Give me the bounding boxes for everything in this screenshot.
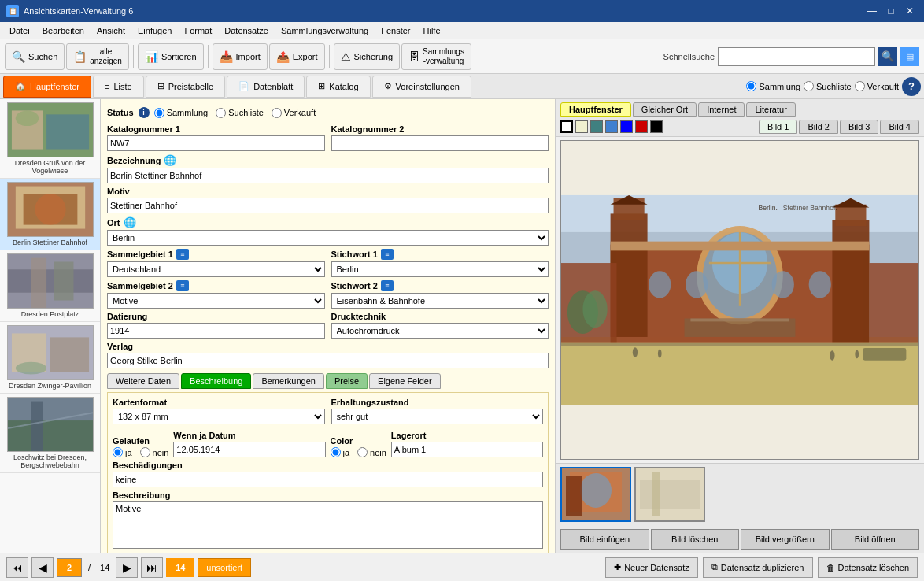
sortieren-button[interactable]: 📊 Sortieren	[138, 43, 204, 70]
radio-sammlung[interactable]: Sammlung	[746, 81, 800, 91]
sammelgebiet1-list-icon[interactable]: ≡	[176, 249, 189, 260]
sammelgebiet2-list-icon[interactable]: ≡	[176, 280, 189, 291]
gelaufen-nein[interactable]: nein	[140, 447, 169, 457]
menu-bearbeiten[interactable]: Bearbeiten	[36, 24, 91, 37]
thumbnail-item-5[interactable]: Loschwitz bei Dresden, Bergschwebebahn	[0, 394, 100, 473]
beschreibung-textarea[interactable]: Motive	[113, 501, 543, 549]
verlag-input[interactable]	[107, 353, 549, 368]
tab-katalog[interactable]: ⊞ Katalog	[306, 76, 370, 98]
thumbnail-item-2[interactable]: Berlin Stettiner Bahnhof	[0, 179, 100, 250]
sammelgebiet1-select[interactable]: Deutschland	[107, 261, 325, 277]
datierung-input[interactable]	[107, 323, 325, 339]
color-nein[interactable]: nein	[357, 447, 386, 457]
sub-tab-beschreibung[interactable]: Beschreibung	[181, 373, 251, 389]
bild-tab-2[interactable]: Bild 2	[799, 120, 838, 134]
import-button[interactable]: 📥 Import	[213, 43, 268, 70]
thumbnail-item-3[interactable]: Dresden Postplatz	[0, 250, 100, 322]
color-ja[interactable]: ja	[331, 447, 350, 457]
view-tab-internet[interactable]: Internet	[698, 102, 745, 117]
search-button[interactable]: 🔍	[878, 47, 897, 66]
tab-voreinstellungen[interactable]: ⚙ Voreinstellungen	[372, 76, 471, 98]
tab-liste[interactable]: ≡ Liste	[93, 76, 144, 98]
export-button[interactable]: 📤 Export	[269, 43, 325, 70]
tab-preistabelle[interactable]: ⊞ Preistabelle	[146, 76, 225, 98]
neuer-datensatz-button[interactable]: ✚ Neuer Datensatz	[605, 557, 698, 578]
radio-verkauft[interactable]: Verkauft	[855, 81, 899, 91]
alle-anzeigen-button[interactable]: 📋 alleanzeigen	[66, 43, 129, 70]
color-teal[interactable]	[590, 120, 603, 133]
strip-thumb-2[interactable]	[634, 467, 705, 522]
bild-tab-4[interactable]: Bild 4	[880, 120, 919, 134]
datensatz-loeschen-button[interactable]: 🗑 Datensatz löschen	[818, 557, 918, 578]
color-red[interactable]	[635, 120, 648, 133]
thumbnail-item-4[interactable]: Dresden Zwinger-Pavillion	[0, 322, 100, 394]
search-options-button[interactable]: ▤	[900, 47, 919, 66]
menu-datensaetze[interactable]: Datensätze	[218, 24, 275, 37]
last-record-button[interactable]: ⏭	[141, 557, 163, 578]
tab-datenblatt[interactable]: 📄 Datenblatt	[227, 76, 305, 98]
menu-format[interactable]: Format	[178, 24, 218, 37]
close-button[interactable]: ✕	[902, 5, 918, 17]
suchen-button[interactable]: 🔍 Suchen	[5, 43, 65, 70]
sub-tab-preise[interactable]: Preise	[326, 373, 368, 389]
menu-fenster[interactable]: Fenster	[375, 24, 416, 37]
next-record-button[interactable]: ▶	[116, 557, 138, 578]
search-input[interactable]	[718, 47, 875, 66]
view-tab-hauptfenster[interactable]: Hauptfenster	[560, 102, 631, 117]
color-darkblue[interactable]	[620, 120, 633, 133]
maximize-button[interactable]: □	[883, 5, 899, 17]
radio-suchliste[interactable]: Suchliste	[804, 81, 852, 91]
thumbnail-item-1[interactable]: Dresden Gruß von der Vogelwiese	[0, 99, 100, 179]
menu-datei[interactable]: Datei	[3, 24, 36, 37]
bild-loeschen-button[interactable]: Bild löschen	[651, 529, 740, 550]
motiv-input[interactable]	[107, 198, 549, 213]
bild-einfuegen-button[interactable]: Bild einfügen	[560, 529, 649, 550]
ort-select[interactable]: Berlin	[107, 230, 549, 246]
erhaltungszustand-select[interactable]: sehr gut	[331, 409, 544, 424]
strip-thumb-1[interactable]	[560, 467, 631, 522]
menu-hilfe[interactable]: Hilfe	[417, 24, 447, 37]
tab-hauptfenster[interactable]: 🏠 Hauptfenster	[3, 76, 91, 98]
stichwort2-list-icon[interactable]: ≡	[381, 280, 394, 291]
status-sammlung[interactable]: Sammlung	[154, 108, 209, 118]
bezeichnung-input[interactable]	[107, 168, 549, 183]
sub-tab-bemerkungen[interactable]: Bemerkungen	[253, 373, 324, 389]
unsorted-button[interactable]: unsortiert	[198, 558, 251, 577]
status-info-icon[interactable]: i	[139, 107, 150, 118]
prev-record-button[interactable]: ◀	[31, 557, 54, 578]
minimize-button[interactable]: —	[864, 5, 880, 17]
katalognummer1-input[interactable]	[107, 135, 325, 151]
help-button[interactable]: ?	[902, 77, 921, 96]
lagerort-input[interactable]	[391, 442, 543, 457]
bild-oeffnen-button[interactable]: Bild öffnen	[831, 529, 920, 550]
color-blue[interactable]	[605, 120, 618, 133]
gelaufen-ja[interactable]: ja	[113, 447, 132, 457]
page-current-input[interactable]	[57, 558, 82, 577]
first-record-button[interactable]: ⏮	[6, 557, 28, 578]
menu-ansicht[interactable]: Ansicht	[91, 24, 131, 37]
menu-einfuegen[interactable]: Einfügen	[131, 24, 178, 37]
view-tab-gleicher-ort[interactable]: Gleicher Ort	[633, 102, 697, 117]
kartenformat-select[interactable]: 132 x 87 mm	[113, 409, 325, 424]
color-cream[interactable]	[575, 120, 588, 133]
bild-vergroessern-button[interactable]: Bild vergrößern	[741, 529, 830, 550]
color-white[interactable]	[560, 120, 573, 133]
katalognummer2-input[interactable]	[331, 135, 549, 151]
datensatz-duplizieren-button[interactable]: ⧉ Datensatz duplizieren	[703, 557, 813, 578]
wenn-ja-datum-input[interactable]	[173, 442, 325, 457]
sub-tab-weitere-daten[interactable]: Weitere Daten	[107, 373, 179, 389]
sammlungsverwaltung-button[interactable]: 🗄 Sammlungs-verwaltung	[401, 43, 471, 70]
menu-sammlungsverwaltung[interactable]: Sammlungsverwaltung	[275, 24, 375, 37]
view-tab-literatur[interactable]: Literatur	[746, 102, 795, 117]
sicherung-button[interactable]: ⚠ Sicherung	[334, 43, 401, 70]
beschaedigungen-input[interactable]	[113, 472, 543, 487]
stichwort1-select[interactable]: Berlin	[331, 261, 549, 277]
bild-tab-3[interactable]: Bild 3	[840, 120, 879, 134]
stichwort1-list-icon[interactable]: ≡	[381, 249, 394, 260]
status-verkauft[interactable]: Verkauft	[272, 108, 316, 118]
bild-tab-1[interactable]: Bild 1	[759, 120, 798, 134]
stichwort2-select[interactable]: Eisenbahn & Bahnhöfe	[331, 293, 549, 309]
sub-tab-eigene-felder[interactable]: Eigene Felder	[369, 373, 441, 389]
drucktechnik-select[interactable]: Autochromdruck	[331, 323, 549, 339]
status-suchliste[interactable]: Suchliste	[216, 108, 264, 118]
